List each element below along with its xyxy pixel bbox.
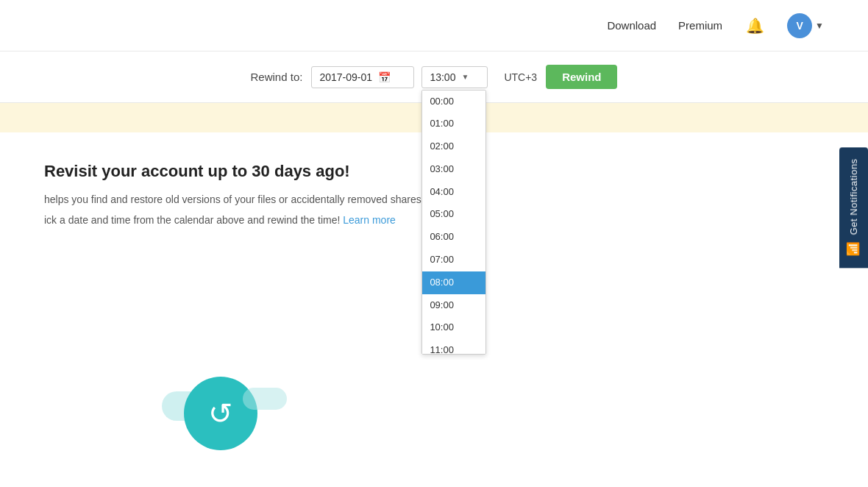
time-option[interactable]: 06:00 — [422, 226, 485, 249]
time-option[interactable]: 05:00 — [422, 203, 485, 226]
time-select-button[interactable]: 13:00 ▼ — [421, 66, 488, 88]
chevron-down-icon: ▼ — [815, 21, 824, 31]
clock-icon: ↺ — [184, 377, 257, 450]
get-notifications-sidebar[interactable]: 📶 Get Notifications — [839, 147, 868, 268]
wifi-icon: 📶 — [846, 242, 861, 256]
main-content: Revisit your account up to 30 days ago! … — [0, 132, 588, 263]
time-option[interactable]: 04:00 — [422, 181, 485, 204]
header: Download Premium 🔔 V ▼ — [0, 0, 868, 51]
date-value: 2017-09-01 — [319, 71, 372, 83]
header-nav: Download Premium 🔔 V ▼ — [607, 13, 824, 38]
timezone-label: UTC+3 — [504, 71, 537, 83]
time-value: 13:00 — [430, 71, 455, 83]
dropdown-arrow-icon: ▼ — [461, 73, 469, 81]
cloud-right-icon — [243, 388, 287, 410]
rewind-button[interactable]: Rewind — [546, 65, 617, 89]
time-option[interactable]: 07:00 — [422, 249, 485, 271]
time-option[interactable]: 01:00 — [422, 113, 485, 135]
learn-more-link[interactable]: Learn more — [343, 214, 396, 226]
rewind-bar: Rewind to: 2017-09-01 📅 13:00 ▼ 00:0001:… — [0, 51, 868, 103]
download-link[interactable]: Download — [607, 19, 656, 32]
time-dropdown[interactable]: 00:0001:0002:0003:0004:0005:0006:0007:00… — [421, 90, 486, 355]
time-option[interactable]: 03:00 — [422, 158, 485, 181]
user-menu[interactable]: V ▼ — [787, 13, 824, 38]
premium-link[interactable]: Premium — [678, 19, 722, 32]
time-option[interactable]: 10:00 — [422, 316, 485, 339]
time-dropdown-container: 13:00 ▼ 00:0001:0002:0003:0004:0005:0006… — [421, 66, 488, 88]
time-option[interactable]: 00:00 — [422, 90, 485, 113]
get-notifications-label: Get Notifications — [848, 159, 859, 235]
time-option[interactable]: 09:00 — [422, 294, 485, 317]
clock-illustration: ↺ — [184, 377, 272, 465]
rewind-arrows-icon: ↺ — [208, 397, 233, 430]
notifications-bell-icon[interactable]: 🔔 — [744, 15, 765, 36]
time-option[interactable]: 11:00 — [422, 339, 485, 354]
rewind-label: Rewind to: — [251, 71, 303, 83]
time-option[interactable]: 02:00 — [422, 135, 485, 158]
avatar[interactable]: V — [787, 13, 812, 38]
time-option[interactable]: 08:00 — [422, 271, 485, 294]
calendar-icon: 📅 — [378, 71, 391, 83]
date-input[interactable]: 2017-09-01 📅 — [311, 66, 414, 88]
